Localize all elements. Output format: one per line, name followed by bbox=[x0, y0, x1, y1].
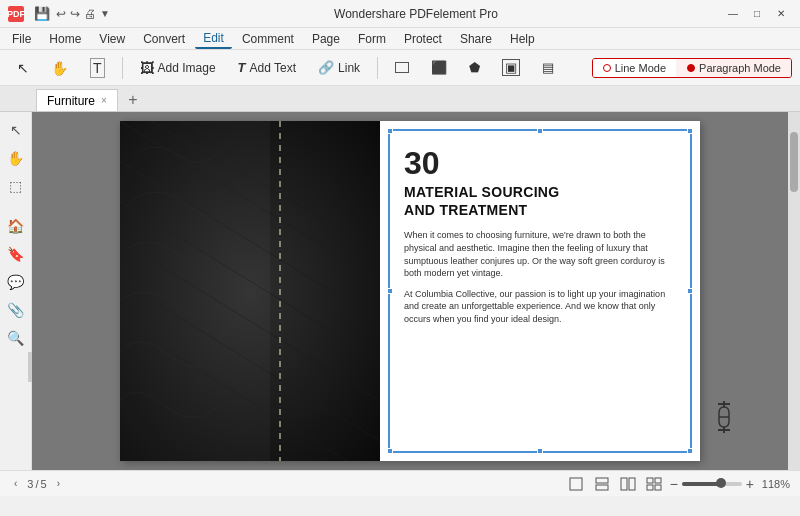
link-btn[interactable]: 🔗 Link bbox=[309, 56, 369, 79]
title-icon-save: 💾 bbox=[34, 6, 50, 21]
edit-mode-group: Line Mode Paragraph Mode bbox=[592, 58, 792, 78]
handle-ml[interactable] bbox=[387, 288, 393, 294]
minimize-button[interactable]: — bbox=[722, 6, 744, 22]
svg-rect-10 bbox=[120, 121, 270, 461]
status-right: − + 118% bbox=[566, 475, 790, 493]
zoom-out-btn[interactable]: − bbox=[670, 477, 678, 491]
tab-close-btn[interactable]: × bbox=[101, 95, 107, 106]
paragraph-mode-btn[interactable]: Paragraph Mode bbox=[677, 59, 791, 77]
tab-furniture[interactable]: Furniture × bbox=[36, 89, 118, 111]
view-single-btn[interactable] bbox=[566, 475, 586, 493]
stamp-icon: ▣ bbox=[502, 59, 520, 76]
line-mode-label: Line Mode bbox=[615, 62, 666, 74]
svg-rect-16 bbox=[570, 478, 582, 490]
close-button[interactable]: ✕ bbox=[770, 6, 792, 22]
sidebar-bookmark-btn[interactable]: 🔖 bbox=[4, 242, 28, 266]
menu-form[interactable]: Form bbox=[350, 30, 394, 48]
view-two-page-btn[interactable] bbox=[618, 475, 638, 493]
sidebar-search-btn[interactable]: 🔍 bbox=[4, 326, 28, 350]
sidebar-hand-btn[interactable]: ✋ bbox=[4, 146, 28, 170]
sidebar-marquee-btn[interactable]: ⬚ bbox=[4, 174, 28, 198]
title-icon-redo[interactable]: ↪ bbox=[70, 7, 80, 21]
menu-page[interactable]: Page bbox=[304, 30, 348, 48]
handle-tc[interactable] bbox=[537, 128, 543, 134]
add-image-btn[interactable]: 🖼 Add Image bbox=[131, 56, 225, 80]
select-tool-btn[interactable]: ↖ bbox=[8, 56, 38, 80]
svg-rect-17 bbox=[596, 478, 608, 483]
handle-tl[interactable] bbox=[387, 128, 393, 134]
view-continuous-btn[interactable] bbox=[592, 475, 612, 493]
right-scrollbar[interactable] bbox=[788, 112, 800, 470]
zoom-slider-thumb[interactable] bbox=[716, 478, 726, 488]
maximize-button[interactable]: □ bbox=[746, 6, 768, 22]
zoom-in-btn[interactable]: + bbox=[746, 477, 754, 491]
pdf-area: 30 MATERIAL SOURCING AND TREATMENT When … bbox=[32, 112, 788, 470]
svg-rect-21 bbox=[647, 478, 653, 483]
sidebar-attach-btn[interactable]: 📎 bbox=[4, 298, 28, 322]
title-dropdown-icon[interactable]: ▼ bbox=[100, 8, 110, 19]
sidebar: ↖ ✋ ⬚ 🏠 🔖 💬 📎 🔍 › bbox=[0, 112, 32, 470]
zoom-slider[interactable] bbox=[682, 482, 742, 486]
menu-home[interactable]: Home bbox=[41, 30, 89, 48]
toolbar-sep-2 bbox=[377, 57, 378, 79]
view-grid-btn[interactable] bbox=[644, 475, 664, 493]
sidebar-comment-btn[interactable]: 💬 bbox=[4, 270, 28, 294]
sidebar-home-btn[interactable]: 🏠 bbox=[4, 214, 28, 238]
main-area: ↖ ✋ ⬚ 🏠 🔖 💬 📎 🔍 › bbox=[0, 112, 800, 470]
cursor-icon: ↖ bbox=[17, 60, 29, 76]
rect-icon bbox=[395, 62, 409, 73]
shape-tool-btn[interactable]: ⬟ bbox=[460, 56, 489, 79]
zoom-control: − + 118% bbox=[670, 477, 790, 491]
prev-page-btn[interactable]: ‹ bbox=[10, 476, 21, 491]
edit-icon: T bbox=[90, 58, 105, 78]
svg-rect-19 bbox=[621, 478, 627, 490]
page-body-2: At Columbia Collective, our passion is t… bbox=[404, 288, 676, 326]
menu-help[interactable]: Help bbox=[502, 30, 543, 48]
handle-br[interactable] bbox=[687, 448, 693, 454]
watermark-tool-btn[interactable]: ▤ bbox=[533, 56, 563, 79]
menu-comment[interactable]: Comment bbox=[234, 30, 302, 48]
menu-share[interactable]: Share bbox=[452, 30, 500, 48]
handle-bl[interactable] bbox=[387, 448, 393, 454]
sidebar-cursor-btn[interactable]: ↖ bbox=[4, 118, 28, 142]
title-icon-undo[interactable]: ↩ bbox=[56, 7, 66, 21]
menu-view[interactable]: View bbox=[91, 30, 133, 48]
crop-tool-btn[interactable]: ⬛ bbox=[422, 56, 456, 79]
page-body-1: When it comes to choosing furniture, we'… bbox=[404, 229, 676, 279]
text-cursor-icon bbox=[710, 401, 738, 440]
menu-protect[interactable]: Protect bbox=[396, 30, 450, 48]
image-icon: 🖼 bbox=[140, 60, 154, 76]
leather-texture bbox=[120, 121, 380, 461]
handle-bc[interactable] bbox=[537, 448, 543, 454]
next-page-btn[interactable]: › bbox=[53, 476, 64, 491]
svg-rect-24 bbox=[655, 485, 661, 490]
app-icon: PDF bbox=[8, 6, 24, 22]
menu-convert[interactable]: Convert bbox=[135, 30, 193, 48]
link-icon: 🔗 bbox=[318, 60, 334, 75]
link-label: Link bbox=[338, 61, 360, 75]
svg-rect-22 bbox=[655, 478, 661, 483]
rect-tool-btn[interactable] bbox=[386, 58, 418, 77]
paragraph-mode-radio bbox=[687, 64, 695, 72]
line-mode-btn[interactable]: Line Mode bbox=[593, 59, 676, 77]
menu-edit[interactable]: Edit bbox=[195, 29, 232, 49]
menu-file[interactable]: File bbox=[4, 30, 39, 48]
stamp-tool-btn[interactable]: ▣ bbox=[493, 55, 529, 80]
scroll-thumb[interactable] bbox=[790, 132, 798, 192]
hand-icon: ✋ bbox=[51, 60, 68, 76]
tab-add-btn[interactable]: + bbox=[122, 89, 144, 111]
handle-mr[interactable] bbox=[687, 288, 693, 294]
pdf-text-block: 30 MATERIAL SOURCING AND TREATMENT When … bbox=[388, 129, 692, 453]
line-mode-radio bbox=[603, 64, 611, 72]
toolbar-sep-1 bbox=[122, 57, 123, 79]
title-icon-print[interactable]: 🖨 bbox=[84, 7, 96, 21]
add-text-label: Add Text bbox=[250, 61, 296, 75]
leather-svg bbox=[120, 121, 380, 461]
handle-tr[interactable] bbox=[687, 128, 693, 134]
page-image bbox=[120, 121, 380, 461]
hand-tool-btn[interactable]: ✋ bbox=[42, 56, 77, 80]
svg-rect-20 bbox=[629, 478, 635, 490]
edit-tool-btn[interactable]: T bbox=[81, 54, 114, 82]
add-text-btn[interactable]: T Add Text bbox=[229, 56, 305, 79]
title-left-icons: PDF 💾 ↩ ↪ 🖨 ▼ bbox=[8, 6, 110, 22]
